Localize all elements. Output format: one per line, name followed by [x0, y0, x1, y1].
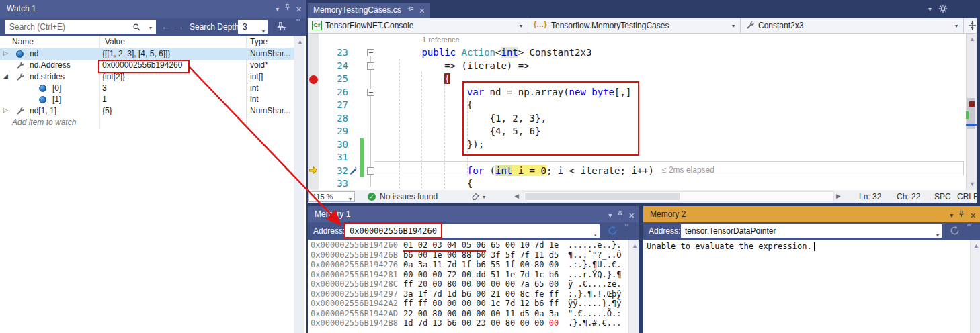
toolbar-overflow-icon[interactable]: '' [967, 224, 971, 231]
fold-collapse-icon[interactable] [367, 89, 374, 96]
watch-name: nd [30, 49, 38, 58]
tab-memorytestingcases[interactable]: MemoryTestingCases.cs × [308, 3, 430, 18]
status-spc: SPC [934, 192, 951, 201]
memory2-scrollbar[interactable]: ▲ [970, 240, 980, 333]
pin-icon[interactable] [958, 207, 965, 224]
watch-value[interactable]: 1 [102, 95, 107, 104]
search-input[interactable]: Search (Ctrl+E) ▾ [5, 20, 156, 34]
watch-row[interactable]: ▷nd[1, 1]{5}NumShar... [0, 105, 294, 117]
property-icon [16, 50, 25, 58]
watch-row[interactable]: ▷nd{[[1, 2, 3], [4, 5, 6]]}NumShar... [0, 48, 294, 60]
close-icon[interactable]: × [628, 210, 635, 220]
panel-splitter[interactable] [306, 0, 308, 203]
project-dropdown[interactable]: C# TensorFlowNET.Console ▾ [308, 18, 528, 33]
memory-hex-bytes[interactable]: 22 00 80 00 00 00 00 11 d5 0a 3a [403, 309, 559, 318]
memory2-address-input[interactable]: tensor.TensorDataPointer ▾ [681, 224, 942, 238]
watch-value[interactable]: {int[2]} [102, 72, 125, 81]
memory-hex-bytes[interactable]: 01 02 03 04 05 06 65 00 10 7d 1e [403, 240, 559, 250]
breakpoint-icon[interactable] [309, 75, 318, 84]
tab-pin-icon[interactable] [407, 3, 414, 18]
watch-scrollbar[interactable]: ▲ [294, 36, 304, 333]
pin-icon[interactable] [616, 207, 624, 224]
fold-collapse-icon[interactable] [367, 167, 374, 175]
member-dropdown[interactable]: Constant2x3 ▾ [741, 18, 964, 33]
search-options-caret-icon[interactable]: ▾ [149, 25, 152, 31]
scroll-right-icon[interactable]: ▶ [836, 193, 841, 199]
type-dropdown[interactable]: {…} Tensorflow.MemoryTestingCases ▾ [528, 18, 741, 33]
watch-value[interactable]: {[[1, 2, 3], [4, 5, 6]]} [102, 49, 170, 58]
column-header-name[interactable]: Name [12, 37, 34, 46]
chevron-down-icon: ▾ [732, 23, 735, 29]
editor-horizontal-scrollbar[interactable] [524, 191, 834, 201]
expander-collapsed-icon[interactable]: ▷ [3, 50, 8, 56]
search-next-icon[interactable]: → [175, 21, 184, 32]
scroll-up-icon[interactable]: ▲ [973, 242, 979, 249]
watch-value[interactable]: {5} [102, 106, 112, 115]
memory2-address-bar: Address: tensor.TensorDataPointer ▾ '' [643, 222, 980, 240]
column-header-value[interactable]: Value [105, 37, 125, 46]
codelens-references[interactable]: 1 reference [422, 36, 460, 44]
add-item-label[interactable]: Add item to watch [12, 117, 76, 127]
scroll-up-icon[interactable]: ▲ [969, 36, 975, 42]
watch-name: [1] [52, 95, 61, 104]
scrollbar-thumb[interactable] [525, 193, 680, 200]
window-menu-icon[interactable]: ▾ [608, 207, 612, 224]
document-list-caret-icon[interactable]: ▾ [928, 5, 932, 13]
memory2-content[interactable] [643, 240, 980, 333]
window-menu-icon[interactable]: ▾ [950, 207, 953, 224]
window-menu-icon[interactable]: ▾ [276, 0, 279, 18]
panel-splitter[interactable] [639, 206, 643, 333]
pin-to-source-icon[interactable]: T [276, 21, 287, 35]
eraser-icon[interactable] [471, 192, 480, 203]
memory-hex-bytes[interactable]: ff 20 00 80 00 00 00 00 7a 65 00 [403, 279, 559, 289]
fold-collapse-icon[interactable] [367, 49, 374, 56]
memory-hex-bytes[interactable]: 0a 3a 11 7d 1f b6 55 1f 00 80 00 [403, 260, 559, 269]
wrench-icon [746, 21, 755, 32]
search-prev-icon[interactable]: ← [161, 21, 171, 32]
watch-toolbar: Search (Ctrl+E) ▾ ← → Search Depth: 3 ▾ … [0, 18, 306, 36]
scroll-down-icon[interactable]: ▼ [969, 181, 975, 187]
memory-address: 0x000002556B1942AD [311, 309, 398, 318]
chevron-down-icon: ▾ [520, 23, 522, 29]
issues-label[interactable]: No issues found [380, 192, 438, 201]
property-icon [39, 95, 48, 104]
gear-icon[interactable] [938, 4, 948, 16]
line-number: 33 [319, 177, 348, 191]
health-check-icon[interactable]: ✓ [368, 193, 376, 201]
fold-collapse-icon[interactable] [367, 62, 374, 70]
watch-add-row[interactable]: Add item to watch [0, 117, 294, 128]
refresh-icon[interactable] [608, 226, 618, 238]
split-window-icon[interactable] [967, 20, 977, 34]
memory-hex-bytes[interactable]: b6 00 1e 00 88 b0 3f 5f 7f 11 d5 [403, 250, 559, 260]
status-eol: CRLF [957, 192, 978, 201]
pin-icon[interactable] [284, 0, 291, 18]
search-icon[interactable] [132, 22, 141, 34]
chevron-down-icon[interactable]: ▾ [483, 194, 485, 200]
tab-close-icon[interactable]: × [419, 6, 425, 15]
memory-hex-bytes[interactable]: 1d 7d 13 b6 00 23 00 80 00 00 00 [403, 318, 559, 328]
expander-collapsed-icon[interactable]: ▷ [3, 107, 8, 113]
watch-value[interactable]: 3 [102, 83, 107, 93]
address-label: Address: [313, 226, 345, 236]
watch-row[interactable]: [1]1int [0, 94, 294, 105]
column-header-type[interactable]: Type [250, 37, 268, 46]
close-icon[interactable]: × [970, 210, 976, 220]
code-line: => (iterate) => [376, 60, 654, 73]
memory-hex-bytes[interactable]: ff ff 00 00 00 00 1c 7d 12 b6 ff [403, 299, 559, 308]
memory-ascii: .}.¶.#.€... [568, 318, 621, 328]
expander-expanded-icon[interactable]: ◢ [3, 73, 8, 79]
memory-hex-bytes[interactable]: 3a 1f 7d 1d b6 00 21 00 8c fe ff [403, 289, 559, 299]
toolbar-overflow-icon[interactable]: '' [296, 19, 300, 26]
watch-row[interactable]: [0]3int [0, 83, 294, 94]
toolbar-overflow-icon[interactable]: '' [625, 224, 629, 231]
search-depth-select[interactable]: 3 ▾ [238, 20, 268, 34]
scroll-left-icon[interactable]: ◀ [514, 193, 519, 199]
scroll-up-icon[interactable]: ▲ [297, 38, 303, 45]
perf-tip[interactable]: ≤ 2ms elapsed [662, 165, 714, 175]
window-edge [977, 0, 980, 203]
scroll-up-icon[interactable]: ▲ [632, 242, 638, 249]
memory-hex-bytes[interactable]: 00 00 00 72 00 dd 51 1e 7d 1c b6 [403, 270, 559, 279]
memory1-scrollbar[interactable]: ▲ [628, 240, 639, 333]
zoom-select[interactable]: 115 % ▾ [308, 191, 355, 202]
close-icon[interactable]: × [296, 4, 302, 14]
